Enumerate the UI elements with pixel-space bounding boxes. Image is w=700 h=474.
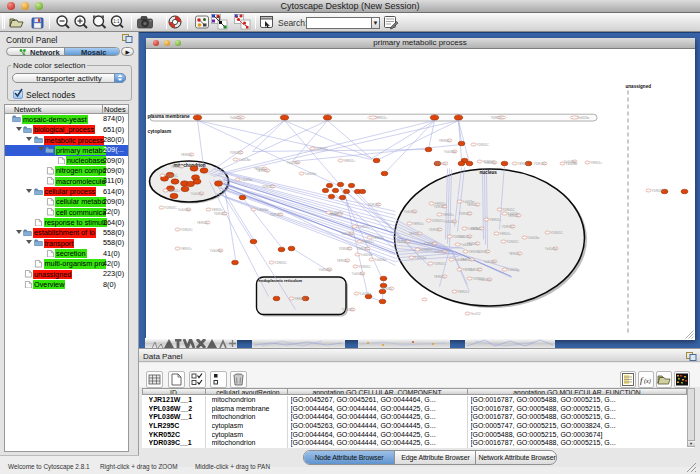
svg-text:YER01c: YER01c xyxy=(590,160,602,164)
svg-text:YDR05C: YDR05C xyxy=(261,184,274,188)
svg-text:YER01c: YER01c xyxy=(466,241,478,245)
svg-text:YER01c: YER01c xyxy=(180,246,192,250)
svg-text:unassigned: unassigned xyxy=(625,84,651,89)
svg-text:YDR05C: YDR05C xyxy=(433,204,446,208)
svg-text:endoplasmic reticulum: endoplasmic reticulum xyxy=(258,278,302,283)
svg-text:Yxl003w: Yxl003w xyxy=(351,271,364,275)
svg-text:Yxl003w: Yxl003w xyxy=(478,277,491,281)
svg-text:Yxl003w: Yxl003w xyxy=(433,249,446,253)
svg-text:YDR05C: YDR05C xyxy=(420,247,433,251)
svg-text:YER01c: YER01c xyxy=(470,226,482,230)
svg-text:YDR05C: YDR05C xyxy=(501,224,514,228)
svg-text:YER01c: YER01c xyxy=(168,188,180,192)
svg-text:Yxl003w: Yxl003w xyxy=(359,291,372,295)
svg-text:YDR05C: YDR05C xyxy=(431,218,444,222)
svg-text:Yxl003w: Yxl003w xyxy=(507,267,520,271)
svg-text:YER01c: YER01c xyxy=(438,138,450,142)
svg-text:YDR05C: YDR05C xyxy=(423,241,436,245)
svg-text:YDR05C: YDR05C xyxy=(357,224,370,228)
svg-text:YDR05C: YDR05C xyxy=(338,246,351,250)
svg-text:YER01c: YER01c xyxy=(507,213,519,217)
svg-text:Yxl003w: Yxl003w xyxy=(190,191,203,195)
svg-text:YER01c: YER01c xyxy=(362,239,374,243)
svg-text:YDR05C: YDR05C xyxy=(506,239,519,243)
svg-text:YDR05C: YDR05C xyxy=(490,115,503,119)
svg-text:Yxl003w: Yxl003w xyxy=(458,234,471,238)
svg-text:YDR05C: YDR05C xyxy=(468,267,481,271)
svg-text:Yxl003w: Yxl003w xyxy=(443,219,456,223)
svg-text:YDR05C: YDR05C xyxy=(433,261,446,265)
svg-text:Yxl003w: Yxl003w xyxy=(256,207,269,211)
svg-text:YER01c: YER01c xyxy=(343,158,355,162)
svg-text:YER01c: YER01c xyxy=(517,161,529,165)
svg-text:YER01c: YER01c xyxy=(433,274,445,278)
svg-text:YER01c: YER01c xyxy=(499,231,511,235)
svg-text:YDR05C: YDR05C xyxy=(180,227,193,231)
svg-text:YER01c: YER01c xyxy=(434,161,446,165)
svg-text:YDR05C: YDR05C xyxy=(358,264,371,268)
svg-text:YER01c: YER01c xyxy=(256,168,268,172)
svg-text:(x): (x) xyxy=(644,378,651,385)
svg-text:YER01c: YER01c xyxy=(375,115,387,119)
svg-text:Yxl003w: Yxl003w xyxy=(238,157,251,161)
svg-text:YER01c: YER01c xyxy=(196,220,208,224)
svg-text:Yxl003w: Yxl003w xyxy=(414,255,427,259)
svg-text:1:1: 1:1 xyxy=(113,19,120,24)
svg-text:Yxl003w: Yxl003w xyxy=(286,160,299,164)
svg-text:YDR05C: YDR05C xyxy=(458,211,471,215)
svg-text:Yxl003w: Yxl003w xyxy=(374,257,387,261)
svg-text:YER01c: YER01c xyxy=(508,251,520,255)
svg-text:YER01c: YER01c xyxy=(180,152,192,156)
svg-text:YDR05C: YDR05C xyxy=(164,205,177,209)
svg-text:YER01c: YER01c xyxy=(170,164,182,168)
svg-text:YER01c: YER01c xyxy=(294,296,306,300)
svg-text:Yxl003w: Yxl003w xyxy=(403,209,416,213)
svg-text:YER01c: YER01c xyxy=(336,258,348,262)
svg-text:Yxl003w: Yxl003w xyxy=(527,235,540,239)
svg-text:YDR05C: YDR05C xyxy=(356,246,369,250)
svg-text:YER01c: YER01c xyxy=(408,231,420,235)
svg-text:Yxl003w: Yxl003w xyxy=(209,248,222,252)
svg-text:plasma membrane: plasma membrane xyxy=(147,114,189,119)
svg-text:YER01c: YER01c xyxy=(412,221,424,225)
svg-text:Yxl003w: Yxl003w xyxy=(544,246,557,250)
svg-text:Yxl003w: Yxl003w xyxy=(304,171,317,175)
svg-text:YER01c: YER01c xyxy=(466,202,478,206)
svg-text:Yxl003w: Yxl003w xyxy=(229,115,242,119)
svg-text:Yxl003w: Yxl003w xyxy=(565,161,578,165)
svg-text:YER01c: YER01c xyxy=(380,286,392,290)
svg-text:YER01c: YER01c xyxy=(372,235,384,239)
svg-text:Yer012: Yer012 xyxy=(470,311,480,315)
svg-text:YDR05C: YDR05C xyxy=(533,161,546,165)
svg-text:Yxl003w: Yxl003w xyxy=(177,207,190,211)
svg-text:YER01c: YER01c xyxy=(457,289,469,293)
svg-text:Yxl003w: Yxl003w xyxy=(483,160,496,164)
svg-text:Yxl003w: Yxl003w xyxy=(240,177,253,181)
svg-text:YER01c: YER01c xyxy=(460,257,472,261)
svg-text:YDR05C: YDR05C xyxy=(269,212,282,216)
svg-text:YDR05C: YDR05C xyxy=(341,307,354,311)
svg-text:YDR05C: YDR05C xyxy=(367,202,380,206)
svg-text:YER01c: YER01c xyxy=(328,212,340,216)
svg-text:YDR05C: YDR05C xyxy=(396,239,409,243)
svg-text:YDR05C: YDR05C xyxy=(428,227,441,231)
svg-text:YDR05C: YDR05C xyxy=(476,142,489,146)
svg-text:YDR05C: YDR05C xyxy=(651,188,664,192)
svg-text:Yxl003w: Yxl003w xyxy=(443,149,456,153)
svg-text:Yxl003w: Yxl003w xyxy=(340,231,353,235)
svg-text:YDR05C: YDR05C xyxy=(229,150,242,154)
svg-text:YDR05C: YDR05C xyxy=(165,173,178,177)
svg-text:Yxl003w: Yxl003w xyxy=(483,259,496,263)
svg-text:Yxl003w: Yxl003w xyxy=(577,115,590,119)
svg-text:YER01c: YER01c xyxy=(489,217,501,221)
svg-text:YDR05C: YDR05C xyxy=(213,211,226,215)
svg-text:Yxl003w: Yxl003w xyxy=(318,267,331,271)
svg-text:YDR05C: YDR05C xyxy=(476,249,489,253)
svg-text:Yxl003w: Yxl003w xyxy=(360,252,373,256)
svg-text:YDR05C: YDR05C xyxy=(315,146,328,150)
svg-text:YDR05C: YDR05C xyxy=(550,230,563,234)
svg-text:nucleus: nucleus xyxy=(479,170,497,175)
svg-text:YER01c: YER01c xyxy=(442,212,454,216)
svg-text:cytoplasm: cytoplasm xyxy=(147,128,171,133)
svg-text:YDR05C: YDR05C xyxy=(274,260,287,264)
